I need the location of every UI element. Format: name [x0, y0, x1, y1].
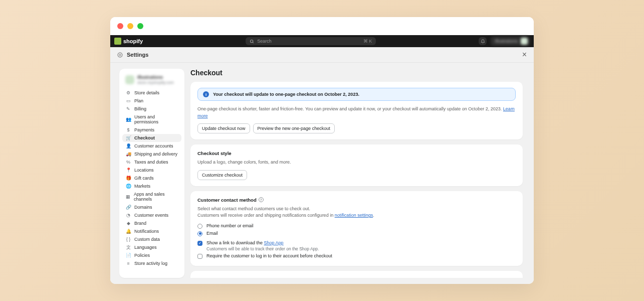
sidebar-item-plan[interactable]: ▭Plan	[122, 97, 181, 105]
sidebar-item-markets[interactable]: 🌐Markets	[122, 182, 181, 190]
info-icon: i	[203, 91, 209, 97]
sidebar-item-notifications[interactable]: 🔔Notifications	[122, 227, 181, 235]
close-window-icon[interactable]	[117, 23, 123, 29]
shop-app-link[interactable]: Shop App	[264, 240, 284, 245]
logo-text: shopify	[123, 38, 143, 44]
shopify-bag-icon	[114, 38, 121, 45]
preview-checkout-button[interactable]: Preview the new one-page checkout	[253, 123, 335, 133]
sidebar-item-domains[interactable]: 🔗Domains	[122, 203, 181, 211]
svg-point-0	[251, 40, 253, 42]
sidebar-item-label: Locations	[134, 168, 154, 173]
sidebar-item-payments[interactable]: $Payments	[122, 126, 181, 134]
nav-icon: 文	[126, 245, 131, 250]
contact-method-card: Customer contact method ? Select what co…	[190, 191, 523, 266]
nav-icon: 📍	[126, 168, 131, 173]
checkbox-icon	[197, 254, 202, 259]
settings-header-bar: Settings ×	[110, 47, 534, 63]
sidebar-item-custom-data[interactable]: { }Custom data	[122, 235, 181, 243]
close-settings-button[interactable]: ×	[522, 50, 527, 59]
help-icon[interactable]: ?	[259, 197, 264, 202]
sidebar-item-label: Store details	[134, 90, 159, 95]
sidebar-item-locations[interactable]: 📍Locations	[122, 166, 181, 174]
sidebar-item-languages[interactable]: 文Languages	[122, 243, 181, 251]
sidebar-item-store-details[interactable]: ⚙Store details	[122, 89, 181, 97]
sidebar-item-label: Billing	[134, 106, 146, 111]
nav-icon: ⚙	[126, 90, 131, 95]
style-body: Upload a logo, change colors, fonts, and…	[197, 159, 516, 166]
info-banner: i Your checkout will update to one-page …	[197, 88, 516, 101]
nav-icon: ◔	[126, 213, 131, 218]
nav-icon: ✎	[126, 106, 131, 111]
maximize-window-icon[interactable]	[137, 23, 143, 29]
sidebar-item-label: Customer accounts	[134, 143, 173, 148]
sidebar-item-label: Domains	[134, 205, 152, 210]
sidebar-item-apps-and-sales-channels[interactable]: ▦Apps and sales channels	[122, 190, 181, 203]
nav-icon: ≡	[126, 261, 131, 266]
nav-icon: 🎁	[126, 176, 131, 181]
nav-icon: ▭	[126, 98, 131, 103]
checkout-style-card: Checkout style Upload a logo, change col…	[190, 144, 523, 186]
svg-point-2	[119, 54, 121, 56]
checkbox-label: Show a link to download the	[206, 240, 264, 245]
radio-icon	[197, 231, 202, 236]
store-menu[interactable]: Illustrations	[491, 37, 530, 46]
store-name: Illustrations	[495, 39, 518, 44]
sidebar-item-customer-events[interactable]: ◔Customer events	[122, 211, 181, 219]
sidebar-item-label: Users and permissions	[134, 114, 178, 124]
nav-icon: ◆	[126, 221, 131, 226]
radio-icon	[197, 224, 202, 229]
banner-body: One-page checkout is shorter, faster and…	[197, 106, 516, 119]
contact-title: Customer contact method	[197, 197, 257, 203]
sidebar-item-shipping-and-delivery[interactable]: 🚚Shipping and delivery	[122, 150, 181, 158]
app-topbar: shopify Search ⌘ K Illustrations	[110, 35, 534, 47]
nav-icon: %	[126, 160, 131, 165]
search-icon	[250, 39, 254, 44]
shopify-logo[interactable]: shopify	[114, 38, 143, 45]
sidebar-item-policies[interactable]: 📄Policies	[122, 251, 181, 259]
sidebar-item-users-and-permissions[interactable]: 👥Users and permissions	[122, 113, 181, 126]
nav-icon: 🌐	[126, 184, 131, 189]
banner-text: Your checkout will update to one-page ch…	[213, 92, 359, 97]
nav-icon: 🛒	[126, 135, 131, 140]
sidebar-item-store-activity-log[interactable]: ≡Store activity log	[122, 259, 181, 267]
search-placeholder: Search	[257, 39, 272, 44]
banner-body-text: One-page checkout is shorter, faster and…	[197, 106, 503, 111]
settings-title: Settings	[127, 52, 148, 58]
sidebar-item-billing[interactable]: ✎Billing	[122, 105, 181, 113]
radio-email[interactable]: Email	[197, 230, 516, 237]
contact-body-2: Customers will receive order and shippin…	[197, 213, 335, 218]
sidebar-item-label: Shipping and delivery	[134, 152, 177, 157]
content-area: Illustrations store.myshopify.com ⚙Store…	[110, 63, 534, 284]
style-title: Checkout style	[197, 150, 516, 156]
sidebar-item-customer-accounts[interactable]: 👤Customer accounts	[122, 142, 181, 150]
minimize-window-icon[interactable]	[127, 23, 133, 29]
nav-icon: 🔗	[126, 205, 131, 210]
sidebar-item-checkout[interactable]: 🛒Checkout	[122, 134, 181, 142]
nav-icon: 📄	[126, 253, 131, 258]
store-profile[interactable]: Illustrations store.myshopify.com	[122, 73, 181, 89]
search-input[interactable]: Search ⌘ K	[246, 37, 376, 45]
nav-icon: { }	[126, 237, 131, 242]
checkbox-shop-app[interactable]: Show a link to download the Shop App Cus…	[197, 239, 516, 252]
contact-body-1: Select what contact method customers use…	[197, 206, 310, 211]
sidebar-item-label: Apps and sales channels	[134, 192, 178, 202]
radio-phone-email[interactable]: Phone number or email	[197, 222, 516, 230]
profile-url: store.myshopify.com	[137, 80, 174, 85]
update-checkout-button[interactable]: Update checkout now	[197, 123, 250, 133]
notification-settings-link[interactable]: notification settings	[335, 213, 373, 218]
sidebar-item-gift-cards[interactable]: 🎁Gift cards	[122, 174, 181, 182]
nav-icon: $	[126, 127, 131, 132]
sidebar-item-label: Payments	[134, 127, 154, 132]
gear-icon	[117, 52, 123, 58]
svg-line-1	[253, 42, 254, 43]
sidebar-item-label: Brand	[134, 221, 146, 226]
sidebar-item-label: Languages	[134, 245, 157, 250]
sidebar-item-brand[interactable]: ◆Brand	[122, 219, 181, 227]
checkbox-require-login[interactable]: Require the customer to log in to their …	[197, 252, 516, 260]
customize-checkout-button[interactable]: Customize checkout	[197, 170, 247, 180]
sidebar-item-label: Customer events	[134, 213, 168, 218]
checkbox-sublabel: Customers will be able to track their or…	[206, 246, 319, 251]
checkbox-icon	[197, 241, 202, 246]
sidebar-item-taxes-and-duties[interactable]: %Taxes and duties	[122, 158, 181, 166]
notifications-button[interactable]	[479, 37, 487, 45]
